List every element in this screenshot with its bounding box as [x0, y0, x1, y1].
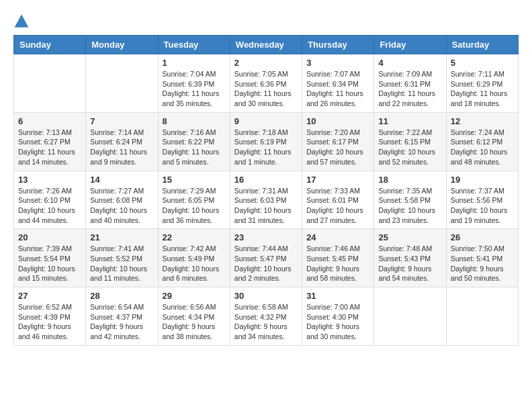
day-number: 10: [306, 116, 369, 126]
day-number: 18: [378, 175, 441, 185]
calendar-table: SundayMondayTuesdayWednesdayThursdayFrid…: [13, 35, 519, 346]
day-info: Sunrise: 7:05 AMSunset: 6:36 PMDaylight:…: [234, 69, 298, 109]
day-info: Sunrise: 7:31 AMSunset: 6:03 PMDaylight:…: [234, 186, 298, 226]
day-header-wednesday: Wednesday: [230, 36, 302, 54]
day-info: Sunrise: 7:46 AMSunset: 5:45 PMDaylight:…: [306, 244, 369, 283]
day-number: 17: [306, 175, 369, 185]
day-number: 21: [90, 232, 153, 242]
day-number: 20: [18, 232, 81, 242]
calendar-cell: 8Sunrise: 7:16 AMSunset: 6:22 PMDaylight…: [158, 112, 230, 171]
day-info: Sunrise: 7:22 AMSunset: 6:15 PMDaylight:…: [378, 128, 441, 167]
calendar-cell: 29Sunrise: 6:56 AMSunset: 4:34 PMDayligh…: [158, 287, 230, 346]
day-number: 7: [90, 116, 153, 126]
calendar-cell: [14, 54, 86, 113]
day-info: Sunrise: 6:58 AMSunset: 4:32 PMDaylight:…: [234, 302, 298, 342]
day-number: 29: [163, 291, 226, 301]
calendar-cell: 5Sunrise: 7:11 AMSunset: 6:29 PMDaylight…: [446, 54, 518, 113]
day-number: 4: [378, 58, 441, 68]
calendar-cell: 27Sunrise: 6:52 AMSunset: 4:39 PMDayligh…: [14, 287, 86, 346]
day-info: Sunrise: 7:35 AMSunset: 5:58 PMDaylight:…: [378, 186, 441, 226]
day-info: Sunrise: 7:07 AMSunset: 6:34 PMDaylight:…: [306, 69, 369, 109]
day-number: 12: [451, 116, 514, 126]
calendar-cell: 30Sunrise: 6:58 AMSunset: 4:32 PMDayligh…: [230, 287, 302, 346]
day-number: 13: [18, 175, 81, 185]
day-info: Sunrise: 7:48 AMSunset: 5:43 PMDaylight:…: [378, 244, 441, 283]
day-info: Sunrise: 7:09 AMSunset: 6:31 PMDaylight:…: [378, 69, 441, 109]
day-number: 6: [18, 116, 81, 126]
logo: [13, 13, 32, 30]
calendar-cell: 23Sunrise: 7:44 AMSunset: 5:47 PMDayligh…: [230, 229, 302, 287]
calendar-cell: 16Sunrise: 7:31 AMSunset: 6:03 PMDayligh…: [230, 171, 302, 229]
calendar-cell: 11Sunrise: 7:22 AMSunset: 6:15 PMDayligh…: [374, 112, 446, 171]
day-info: Sunrise: 7:33 AMSunset: 6:01 PMDaylight:…: [306, 186, 369, 226]
calendar-cell: 4Sunrise: 7:09 AMSunset: 6:31 PMDaylight…: [374, 54, 446, 113]
day-info: Sunrise: 7:04 AMSunset: 6:39 PMDaylight:…: [163, 69, 226, 109]
svg-marker-0: [15, 15, 29, 28]
calendar-cell: 24Sunrise: 7:46 AMSunset: 5:45 PMDayligh…: [302, 229, 374, 287]
calendar-cell: 18Sunrise: 7:35 AMSunset: 5:58 PMDayligh…: [374, 171, 446, 229]
calendar-header-row: SundayMondayTuesdayWednesdayThursdayFrid…: [14, 36, 519, 54]
day-number: 16: [234, 175, 298, 185]
calendar-cell: 7Sunrise: 7:14 AMSunset: 6:24 PMDaylight…: [86, 112, 158, 171]
calendar-cell: 19Sunrise: 7:37 AMSunset: 5:56 PMDayligh…: [446, 171, 518, 229]
day-info: Sunrise: 7:14 AMSunset: 6:24 PMDaylight:…: [90, 128, 153, 167]
day-number: 9: [234, 116, 298, 126]
day-info: Sunrise: 7:16 AMSunset: 6:22 PMDaylight:…: [163, 128, 226, 167]
calendar-cell: 6Sunrise: 7:13 AMSunset: 6:27 PMDaylight…: [14, 112, 86, 171]
calendar-cell: 25Sunrise: 7:48 AMSunset: 5:43 PMDayligh…: [374, 229, 446, 287]
day-number: 27: [18, 291, 81, 301]
day-number: 14: [90, 175, 153, 185]
calendar-cell: 12Sunrise: 7:24 AMSunset: 6:12 PMDayligh…: [446, 112, 518, 171]
calendar-week-row: 20Sunrise: 7:39 AMSunset: 5:54 PMDayligh…: [14, 229, 519, 287]
day-info: Sunrise: 7:50 AMSunset: 5:41 PMDaylight:…: [451, 244, 514, 283]
calendar-cell: 21Sunrise: 7:41 AMSunset: 5:52 PMDayligh…: [86, 229, 158, 287]
day-header-sunday: Sunday: [14, 36, 86, 54]
calendar-week-row: 1Sunrise: 7:04 AMSunset: 6:39 PMDaylight…: [14, 54, 519, 113]
calendar-cell: 14Sunrise: 7:27 AMSunset: 6:08 PMDayligh…: [86, 171, 158, 229]
day-info: Sunrise: 7:20 AMSunset: 6:17 PMDaylight:…: [306, 128, 369, 167]
logo-icon: [13, 13, 30, 30]
day-number: 11: [378, 116, 441, 126]
day-info: Sunrise: 7:37 AMSunset: 5:56 PMDaylight:…: [451, 186, 514, 226]
calendar-cell: 9Sunrise: 7:18 AMSunset: 6:19 PMDaylight…: [230, 112, 302, 171]
day-number: 26: [451, 232, 514, 242]
calendar-cell: 3Sunrise: 7:07 AMSunset: 6:34 PMDaylight…: [302, 54, 374, 113]
day-number: 5: [451, 58, 514, 68]
day-number: 15: [163, 175, 226, 185]
day-info: Sunrise: 7:26 AMSunset: 6:10 PMDaylight:…: [18, 186, 81, 226]
day-info: Sunrise: 7:00 AMSunset: 4:30 PMDaylight:…: [306, 302, 369, 342]
day-info: Sunrise: 7:27 AMSunset: 6:08 PMDaylight:…: [90, 186, 153, 226]
day-info: Sunrise: 7:42 AMSunset: 5:49 PMDaylight:…: [163, 244, 226, 283]
day-number: 1: [163, 58, 226, 68]
day-number: 23: [234, 232, 298, 242]
calendar-cell: [446, 287, 518, 346]
day-header-monday: Monday: [86, 36, 158, 54]
day-number: 28: [90, 291, 153, 301]
calendar-week-row: 27Sunrise: 6:52 AMSunset: 4:39 PMDayligh…: [14, 287, 519, 346]
day-number: 19: [451, 175, 514, 185]
day-number: 2: [234, 58, 298, 68]
day-info: Sunrise: 7:41 AMSunset: 5:52 PMDaylight:…: [90, 244, 153, 283]
day-info: Sunrise: 7:18 AMSunset: 6:19 PMDaylight:…: [234, 128, 298, 167]
calendar-week-row: 6Sunrise: 7:13 AMSunset: 6:27 PMDaylight…: [14, 112, 519, 171]
calendar-cell: 1Sunrise: 7:04 AMSunset: 6:39 PMDaylight…: [158, 54, 230, 113]
day-number: 8: [163, 116, 226, 126]
calendar-cell: 13Sunrise: 7:26 AMSunset: 6:10 PMDayligh…: [14, 171, 86, 229]
calendar-cell: 17Sunrise: 7:33 AMSunset: 6:01 PMDayligh…: [302, 171, 374, 229]
day-info: Sunrise: 7:24 AMSunset: 6:12 PMDaylight:…: [451, 128, 514, 167]
day-info: Sunrise: 6:54 AMSunset: 4:37 PMDaylight:…: [90, 302, 153, 342]
calendar-cell: 10Sunrise: 7:20 AMSunset: 6:17 PMDayligh…: [302, 112, 374, 171]
calendar-cell: 31Sunrise: 7:00 AMSunset: 4:30 PMDayligh…: [302, 287, 374, 346]
day-header-tuesday: Tuesday: [158, 36, 230, 54]
calendar-cell: 22Sunrise: 7:42 AMSunset: 5:49 PMDayligh…: [158, 229, 230, 287]
day-number: 30: [234, 291, 298, 301]
day-header-saturday: Saturday: [446, 36, 518, 54]
day-header-thursday: Thursday: [302, 36, 374, 54]
day-info: Sunrise: 7:29 AMSunset: 6:05 PMDaylight:…: [163, 186, 226, 226]
calendar-cell: 20Sunrise: 7:39 AMSunset: 5:54 PMDayligh…: [14, 229, 86, 287]
day-header-friday: Friday: [374, 36, 446, 54]
day-number: 31: [306, 291, 369, 301]
calendar-week-row: 13Sunrise: 7:26 AMSunset: 6:10 PMDayligh…: [14, 171, 519, 229]
day-info: Sunrise: 7:44 AMSunset: 5:47 PMDaylight:…: [234, 244, 298, 283]
calendar-cell: [86, 54, 158, 113]
